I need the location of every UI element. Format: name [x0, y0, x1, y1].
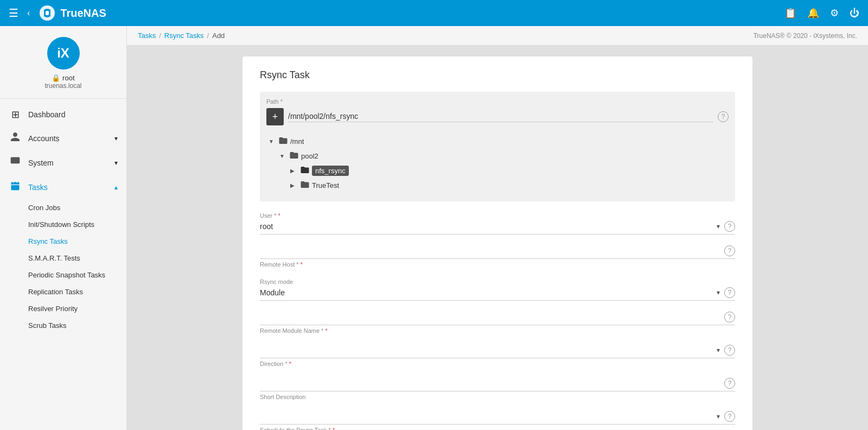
- sidebar-item-accounts[interactable]: Accounts ▾: [0, 126, 126, 150]
- pool2-folder-icon: [289, 150, 299, 162]
- user-help-icon[interactable]: ?: [724, 221, 735, 232]
- truetest-label: TrueTest: [312, 181, 339, 189]
- short-description-help-icon[interactable]: ?: [724, 378, 735, 389]
- direction-wrap: Push Pull ▾ ?: [260, 345, 735, 358]
- mnt-toggle-icon[interactable]: ▼: [269, 138, 276, 144]
- back-button[interactable]: ‹: [27, 8, 30, 18]
- nfs-rsync-toggle-icon[interactable]: ▶: [290, 168, 298, 174]
- remote-module-field: ? Remote Module Name *: [260, 312, 735, 334]
- sidebar-item-tasks[interactable]: Tasks ▴: [0, 175, 126, 199]
- remote-module-input[interactable]: [260, 313, 720, 321]
- system-icon: [9, 156, 22, 169]
- path-add-button[interactable]: +: [266, 108, 284, 125]
- direction-select[interactable]: Push Pull: [260, 346, 712, 355]
- rsync-mode-help-icon[interactable]: ?: [724, 287, 735, 298]
- rsync-mode-field: Rsync mode Module SSH ▾ ?: [260, 279, 735, 301]
- dashboard-icon: ⊞: [9, 109, 22, 121]
- user-input-wrap: root ▾ ?: [260, 221, 735, 235]
- direction-help-icon[interactable]: ?: [724, 345, 735, 356]
- sidebar-item-rsync-tasks[interactable]: Rsync Tasks: [0, 233, 126, 250]
- user-select[interactable]: root: [260, 222, 712, 231]
- nfs-rsync-label[interactable]: nfs_rsync: [312, 166, 349, 176]
- sidebar: iX 🔒 root truenas.local ⊞ Dashboard Acco…: [0, 26, 127, 430]
- schedule-select[interactable]: [260, 412, 712, 421]
- sidebar-item-dashboard[interactable]: ⊞ Dashboard: [0, 103, 126, 126]
- form-card: Rsync Task Path * + ? ▼: [242, 56, 752, 430]
- breadcrumb-tasks[interactable]: Tasks: [138, 31, 156, 40]
- tasks-icon: [9, 180, 22, 194]
- system-chevron-icon: ▾: [114, 159, 118, 167]
- mnt-label: /mnt: [290, 137, 304, 146]
- file-tree: ▼ /mnt ▼ pool2: [266, 132, 729, 195]
- sidebar-item-smart-tests[interactable]: S.M.A.R.T. Tests: [0, 250, 126, 267]
- rsync-mode-chevron-icon: ▾: [717, 289, 720, 296]
- breadcrumb-sep-1: /: [159, 31, 161, 40]
- sidebar-user: iX 🔒 root truenas.local: [0, 26, 126, 99]
- tasks-chevron-icon: ▴: [114, 184, 118, 191]
- pool2-label: pool2: [301, 152, 318, 160]
- sidebar-nav: ⊞ Dashboard Accounts ▾ System ▾: [0, 99, 126, 338]
- schedule-help-icon[interactable]: ?: [724, 411, 735, 422]
- clipboard-icon[interactable]: 📋: [784, 7, 796, 19]
- folder-icon: [278, 136, 288, 147]
- form-title: Rsync Task: [260, 69, 735, 81]
- gear-icon[interactable]: ⚙: [830, 7, 839, 19]
- schedule-wrap: ▾ ?: [260, 411, 735, 425]
- bell-icon[interactable]: 🔔: [807, 7, 819, 19]
- breadcrumb-rsync-tasks[interactable]: Rsync Tasks: [164, 31, 204, 40]
- remote-module-label: Remote Module Name *: [260, 327, 735, 334]
- path-section: Path * + ? ▼ /mnt: [260, 92, 735, 201]
- truetest-toggle-icon[interactable]: ▶: [290, 182, 298, 188]
- remote-host-label: Remote Host *: [260, 261, 735, 268]
- tree-item-mnt: ▼ /mnt: [266, 134, 729, 149]
- sidebar-item-label: Dashboard: [28, 110, 66, 119]
- sidebar-item-periodic-snapshot[interactable]: Periodic Snapshot Tasks: [0, 267, 126, 283]
- sidebar-item-cron-jobs[interactable]: Cron Jobs: [0, 199, 126, 216]
- accounts-icon: [9, 131, 22, 145]
- content-area: Tasks / Rsync Tasks / Add TrueNAS® © 202…: [127, 26, 868, 430]
- direction-chevron-icon: ▾: [717, 346, 720, 354]
- remote-host-wrap: ?: [260, 245, 735, 259]
- power-icon[interactable]: ⏻: [850, 8, 859, 19]
- lock-icon: 🔒: [52, 74, 60, 82]
- sidebar-item-replication-tasks[interactable]: Replication Tasks: [0, 283, 126, 300]
- sidebar-username: 🔒 root: [52, 74, 74, 82]
- sidebar-item-system[interactable]: System ▾: [0, 150, 126, 175]
- remote-module-help-icon[interactable]: ?: [724, 312, 735, 322]
- breadcrumb-copyright: TrueNAS® © 2020 - iXsystems, Inc.: [754, 32, 857, 40]
- hamburger-button[interactable]: ☰: [9, 7, 18, 20]
- topbar-logo: TrueNAS: [39, 4, 106, 22]
- rsync-mode-select[interactable]: Module SSH: [260, 288, 712, 297]
- short-description-input[interactable]: [260, 379, 720, 388]
- tree-item-truetest: ▶ TrueTest: [266, 178, 729, 193]
- brand-name: TrueNAS: [60, 7, 106, 20]
- remote-host-help-icon[interactable]: ?: [724, 245, 735, 256]
- sidebar-item-scrub-tasks[interactable]: Scrub Tasks: [0, 317, 126, 334]
- breadcrumb: Tasks / Rsync Tasks / Add TrueNAS® © 202…: [127, 26, 868, 46]
- user-label: User *: [260, 212, 735, 219]
- topbar: ☰ ‹ TrueNAS 📋 🔔 ⚙ ⏻: [0, 0, 868, 26]
- breadcrumb-add: Add: [212, 31, 225, 40]
- short-description-label: Short Description: [260, 394, 735, 400]
- short-description-wrap: ?: [260, 378, 735, 391]
- direction-label: Direction *: [260, 361, 735, 367]
- sidebar-system-label: System: [28, 159, 54, 167]
- user-chevron-icon: ▾: [717, 223, 720, 230]
- breadcrumb-sep-2: /: [207, 31, 209, 40]
- path-help-icon[interactable]: ?: [718, 111, 729, 122]
- rsync-mode-label: Rsync mode: [260, 279, 735, 285]
- schedule-field: ▾ ? Schedule the Rsync Task *: [260, 411, 735, 430]
- path-input[interactable]: [288, 112, 713, 122]
- sidebar-accounts-label: Accounts: [28, 134, 60, 143]
- direction-field: Push Pull ▾ ? Direction *: [260, 345, 735, 367]
- main-layout: iX 🔒 root truenas.local ⊞ Dashboard Acco…: [0, 26, 868, 430]
- sidebar-tasks-label: Tasks: [28, 183, 48, 192]
- sidebar-item-resilver-priority[interactable]: Resilver Priority: [0, 300, 126, 317]
- schedule-chevron-icon: ▾: [717, 413, 720, 420]
- short-description-field: ? Short Description: [260, 378, 735, 400]
- svg-rect-2: [11, 182, 20, 190]
- pool2-toggle-icon[interactable]: ▼: [279, 153, 287, 159]
- remote-host-input[interactable]: [260, 246, 720, 255]
- avatar: iX: [47, 37, 80, 69]
- sidebar-item-init-shutdown[interactable]: Init/Shutdown Scripts: [0, 216, 126, 233]
